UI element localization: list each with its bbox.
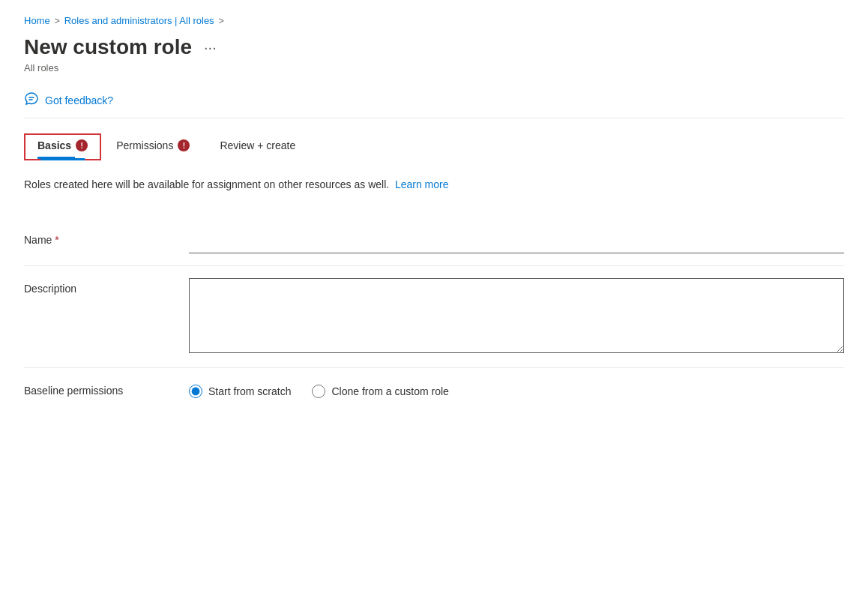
page-header: New custom role ··· [24, 35, 844, 59]
info-text-content: Roles created here will be available for… [24, 178, 389, 190]
name-input[interactable] [189, 229, 844, 253]
breadcrumb-sep2: > [219, 16, 224, 26]
name-required-star: * [55, 234, 58, 246]
page-container: Home > Roles and administrators | All ro… [0, 0, 868, 425]
breadcrumb-home[interactable]: Home [24, 15, 50, 26]
tab-basics-error-badge: ! [76, 139, 88, 151]
radio-clone[interactable] [312, 385, 325, 398]
tab-review-create[interactable]: Review + create [205, 135, 310, 159]
radio-group-baseline: Start from scratch Clone from a custom r… [189, 380, 844, 398]
tab-permissions-error-badge: ! [178, 139, 190, 151]
breadcrumb-sep1: > [55, 16, 60, 26]
baseline-label: Baseline permissions [24, 380, 159, 397]
tab-basics-label: Basics [37, 139, 71, 151]
tab-review-create-label: Review + create [220, 139, 295, 151]
learn-more-link[interactable]: Learn more [395, 178, 449, 190]
tab-basics[interactable]: Basics ! [24, 133, 101, 160]
radio-clone-label: Clone from a custom role [331, 385, 448, 397]
radio-scratch-label: Start from scratch [208, 385, 291, 397]
breadcrumb: Home > Roles and administrators | All ro… [24, 15, 844, 26]
form-row-baseline: Baseline permissions Start from scratch … [24, 368, 844, 410]
page-title: New custom role [24, 35, 192, 59]
tab-permissions[interactable]: Permissions ! [101, 135, 205, 159]
description-textarea[interactable] [189, 278, 844, 353]
radio-scratch[interactable] [189, 385, 202, 398]
tab-permissions-label: Permissions [116, 139, 173, 151]
feedback-icon [24, 91, 39, 109]
more-options-button[interactable]: ··· [199, 37, 221, 58]
feedback-bar: Got feedback? [24, 85, 844, 118]
breadcrumb-roles-admin[interactable]: Roles and administrators | All roles [64, 15, 214, 26]
baseline-options-container: Start from scratch Clone from a custom r… [189, 380, 844, 398]
feedback-link[interactable]: Got feedback? [45, 94, 113, 106]
description-input-container [189, 278, 844, 355]
name-label: Name * [24, 229, 159, 246]
form-section: Name * Description Baseline permissions [24, 217, 844, 410]
info-text: Roles created here will be available for… [24, 172, 844, 196]
description-label: Description [24, 278, 159, 295]
tabs-container: Basics ! Permissions ! Review + create [24, 133, 844, 160]
name-input-container [189, 229, 844, 253]
form-row-name: Name * [24, 217, 844, 265]
page-subtitle: All roles [24, 62, 844, 73]
radio-option-clone[interactable]: Clone from a custom role [312, 385, 448, 398]
form-row-description: Description [24, 266, 844, 367]
radio-option-scratch[interactable]: Start from scratch [189, 385, 291, 398]
